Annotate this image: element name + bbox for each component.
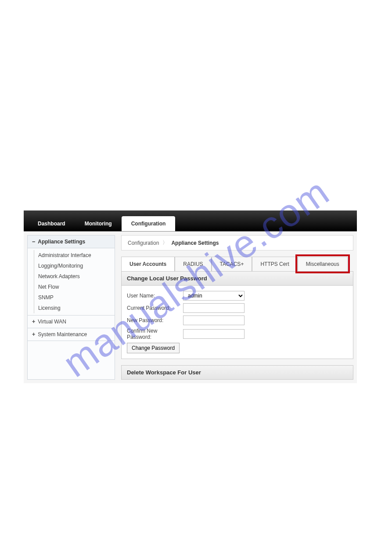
tab-tacacs[interactable]: TACACS+ <box>212 257 252 271</box>
sidebar-item-label: Virtual WAN <box>38 319 66 325</box>
sidebar: − Appliance Settings Administrator Inter… <box>27 235 115 380</box>
sidebar-item-net-flow[interactable]: Net Flow <box>28 282 115 292</box>
sidebar-item-system-maintenance[interactable]: + System Maintenance <box>28 328 115 341</box>
username-select[interactable]: admin <box>183 291 245 301</box>
new-password-label: New Password: <box>127 317 180 323</box>
section-delete-workspace: Delete Workspace For User <box>121 365 353 380</box>
tab-radius[interactable]: RADIUS <box>175 257 211 271</box>
sidebar-item-snmp[interactable]: SNMP <box>28 292 115 303</box>
sidebar-sublist: Administrator Interface Logging/Monitori… <box>28 248 115 316</box>
chevron-right-icon: 〉 <box>162 239 168 247</box>
nav-monitoring[interactable]: Monitoring <box>75 216 122 231</box>
nav-dashboard[interactable]: Dashboard <box>28 216 75 231</box>
breadcrumb: Configuration 〉 Appliance Settings <box>121 235 353 250</box>
plus-icon: + <box>32 319 35 325</box>
new-password-input[interactable] <box>183 316 245 325</box>
sidebar-item-logging[interactable]: Logging/Monitoring <box>28 261 115 271</box>
change-password-button[interactable]: Change Password <box>127 343 180 353</box>
tab-https-cert[interactable]: HTTPS Cert <box>252 257 297 271</box>
sidebar-item-admin-interface[interactable]: Administrator Interface <box>28 250 115 261</box>
tab-user-accounts[interactable]: User Accounts <box>121 257 175 271</box>
confirm-password-input[interactable] <box>183 329 245 339</box>
current-password-input[interactable] <box>183 303 245 313</box>
tab-row: User Accounts RADIUS TACACS+ HTTPS Cert … <box>121 257 353 272</box>
change-password-form: User Name: admin Current Password: New P… <box>121 286 353 359</box>
app-window: Dashboard Monitoring Configuration − App… <box>24 210 357 383</box>
minus-icon: − <box>32 239 35 245</box>
sidebar-item-label: System Maintenance <box>38 331 87 337</box>
top-nav: Dashboard Monitoring Configuration <box>24 210 357 232</box>
sidebar-section-appliance-settings[interactable]: − Appliance Settings <box>28 236 115 248</box>
breadcrumb-root[interactable]: Configuration <box>128 240 159 246</box>
nav-configuration[interactable]: Configuration <box>122 216 176 231</box>
sidebar-item-virtual-wan[interactable]: + Virtual WAN <box>28 316 115 328</box>
sidebar-item-licensing[interactable]: Licensing <box>28 303 115 313</box>
section-change-password: Change Local User Password <box>121 272 353 286</box>
current-password-label: Current Password: <box>127 305 180 311</box>
username-label: User Name: <box>127 293 180 299</box>
tab-miscellaneous[interactable]: Miscellaneous <box>298 257 348 271</box>
plus-icon: + <box>32 331 35 337</box>
main-panel: Configuration 〉 Appliance Settings User … <box>121 235 353 380</box>
confirm-password-label: Confirm New Password: <box>127 328 180 340</box>
sidebar-section-label: Appliance Settings <box>38 239 85 245</box>
breadcrumb-current: Appliance Settings <box>171 240 219 246</box>
sidebar-item-network-adapters[interactable]: Network Adapters <box>28 271 115 282</box>
